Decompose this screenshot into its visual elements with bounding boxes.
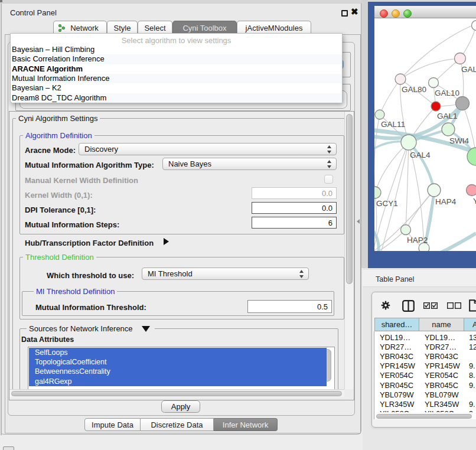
- network-edge[interactable]: [406, 142, 409, 230]
- split-divider-arrow-icon[interactable]: [357, 219, 360, 224]
- network-node[interactable]: [472, 21, 476, 31]
- network-node[interactable]: [442, 123, 455, 136]
- mi-type-combo[interactable]: Naive Bayes: [162, 158, 337, 170]
- network-node[interactable]: [375, 110, 384, 119]
- mi-steps-field[interactable]: 6: [252, 217, 337, 229]
- tab-infer-network[interactable]: Infer Network: [214, 418, 278, 431]
- network-canvas[interactable]: GAL2GAL80GAL10GAL1GAL11SWI4GAL4YHAP4GCY1…: [374, 18, 476, 251]
- table-cell[interactable]: YBR043C: [425, 352, 458, 361]
- minimize-traffic-light-icon[interactable]: [392, 9, 400, 18]
- table-cell[interactable]: YLR345W: [425, 400, 459, 409]
- network-node[interactable]: [455, 53, 466, 64]
- horizontal-scrollbar-thumb[interactable]: [11, 391, 342, 396]
- unchecked-checkboxes-icon[interactable]: [447, 302, 461, 309]
- dropdown-item[interactable]: Basic Correlation Inference: [12, 54, 342, 64]
- table-cell[interactable]: YBL079W: [380, 390, 414, 399]
- dpi-tolerance-field[interactable]: 0.0: [252, 202, 337, 214]
- data-attributes-list[interactable]: SelfLoopsTopologicalCoefficientBetweenne…: [28, 347, 335, 389]
- column-header-extra[interactable]: A: [464, 318, 476, 331]
- table-cell[interactable]: 9.: [469, 381, 475, 390]
- network-node[interactable]: [401, 225, 411, 235]
- table-cell[interactable]: 8.: [469, 371, 475, 380]
- hub-definition-label: Hub/Transcription Factor Definition: [25, 239, 154, 247]
- table-horizontal-scrollbar-thumb[interactable]: [376, 414, 472, 419]
- network-node-label: SWI4: [449, 136, 469, 145]
- network-node-label: Y: [473, 197, 476, 206]
- close-icon[interactable]: ✖: [351, 6, 358, 17]
- table-cell[interactable]: YDL19…: [380, 333, 410, 342]
- network-node[interactable]: [429, 78, 439, 88]
- dropdown-item[interactable]: Mutual Information Inference: [12, 74, 342, 83]
- network-node[interactable]: [395, 74, 406, 84]
- attribute-list-item[interactable]: TopologicalCoefficient: [29, 357, 327, 367]
- attribute-list-item[interactable]: SelfLoops: [29, 348, 327, 357]
- tab-impute-data[interactable]: Impute Data: [84, 418, 141, 431]
- table-cell[interactable]: YDL19…: [425, 333, 455, 342]
- network-node[interactable]: [428, 184, 441, 197]
- tab-network-label: Network: [61, 24, 99, 32]
- table-cell[interactable]: YER054C: [425, 371, 458, 380]
- gear-icon[interactable]: [381, 301, 390, 310]
- dropdown-item[interactable]: Bayesian – K2: [12, 83, 342, 93]
- control-panel-window: Control Panel ✖ Network Style Select Cyn…: [0, 3, 361, 435]
- dropdown-item[interactable]: ARACNE Algorithm: [12, 64, 342, 74]
- table-cell[interactable]: YBR043C: [380, 352, 413, 361]
- network-edge[interactable]: [375, 142, 409, 193]
- which-threshold-combo[interactable]: MI Threshold: [142, 268, 309, 280]
- kernel-width-field[interactable]: 0.0: [252, 187, 337, 199]
- attribute-list-item[interactable]: gal4RGexp: [29, 377, 327, 386]
- network-node-label: GAL4: [410, 151, 431, 159]
- float-window-icon[interactable]: [341, 10, 348, 17]
- table-cell[interactable]: 12.: [469, 343, 476, 351]
- network-window-titlebar[interactable]: [374, 6, 476, 18]
- minimized-panel-icon[interactable]: [3, 446, 14, 450]
- network-edge[interactable]: [374, 115, 380, 193]
- table-cell[interactable]: YER054C: [380, 371, 413, 380]
- manual-kernel-checkbox[interactable]: [324, 175, 333, 184]
- dropdown-prompt: Select algorithm to view settings: [11, 34, 342, 45]
- column-header-shared-name[interactable]: shared…: [374, 318, 419, 331]
- apply-button[interactable]: Apply: [161, 400, 200, 413]
- zoom-traffic-light-icon[interactable]: [403, 9, 412, 18]
- aracne-mode-combo[interactable]: Discovery: [79, 143, 337, 155]
- network-node[interactable]: [431, 102, 441, 111]
- table-cell[interactable]: 13.: [469, 333, 476, 342]
- table-cell[interactable]: YPR145W: [380, 361, 415, 370]
- tab-discretize-data[interactable]: Discretize Data: [141, 418, 214, 431]
- network-node[interactable]: [467, 185, 476, 196]
- network-node[interactable]: [401, 135, 416, 150]
- column-header-name[interactable]: name: [419, 318, 464, 331]
- window-left-edge: [0, 4, 2, 435]
- table-cell[interactable]: YBL079W: [425, 390, 459, 399]
- table-cell[interactable]: YBR045C: [380, 381, 413, 390]
- vertical-scrollbar-thumb[interactable]: [346, 114, 353, 284]
- combo-arrows-icon: [327, 160, 332, 168]
- network-node[interactable]: [374, 187, 381, 198]
- table-cell[interactable]: 9.: [469, 400, 475, 409]
- network-edge[interactable]: [434, 233, 476, 251]
- network-edge[interactable]: [380, 79, 400, 115]
- table-cell[interactable]: YLR345W: [380, 400, 414, 409]
- dropdown-item[interactable]: Dream8 DC_TDC Algorithm: [12, 93, 342, 103]
- cyni-settings-group-title: Cyni Algorithm Settings: [16, 114, 100, 123]
- tab-jactivemnodules-label: jActiveMNodules: [246, 24, 303, 32]
- dropdown-item[interactable]: Bayesian – Hill Climbing: [12, 45, 342, 54]
- collapse-arrow-icon[interactable]: [142, 326, 150, 332]
- table-cell[interactable]: YDR27…: [380, 343, 412, 351]
- tab-style-label: Style: [114, 24, 131, 32]
- aracne-mode-label: Aracne Mode:: [25, 146, 76, 155]
- table-cell[interactable]: YDR27…: [425, 343, 457, 351]
- network-node[interactable]: [456, 97, 470, 110]
- mi-threshold-field[interactable]: 0.5: [247, 300, 332, 313]
- split-columns-icon[interactable]: [402, 300, 415, 312]
- checked-checkboxes-icon[interactable]: [423, 302, 438, 309]
- expand-arrow-icon[interactable]: [164, 238, 169, 245]
- document-icon[interactable]: [469, 299, 476, 312]
- table-cell[interactable]: YBR045C: [425, 381, 458, 390]
- network-edge[interactable]: [400, 58, 460, 79]
- close-traffic-light-icon[interactable]: [380, 9, 388, 18]
- table-cell[interactable]: YPR145W: [425, 361, 460, 370]
- combo-arrows-icon: [327, 145, 332, 154]
- attribute-list-item[interactable]: BetweennessCentrality: [29, 367, 327, 376]
- table-cell[interactable]: 9.: [469, 361, 475, 370]
